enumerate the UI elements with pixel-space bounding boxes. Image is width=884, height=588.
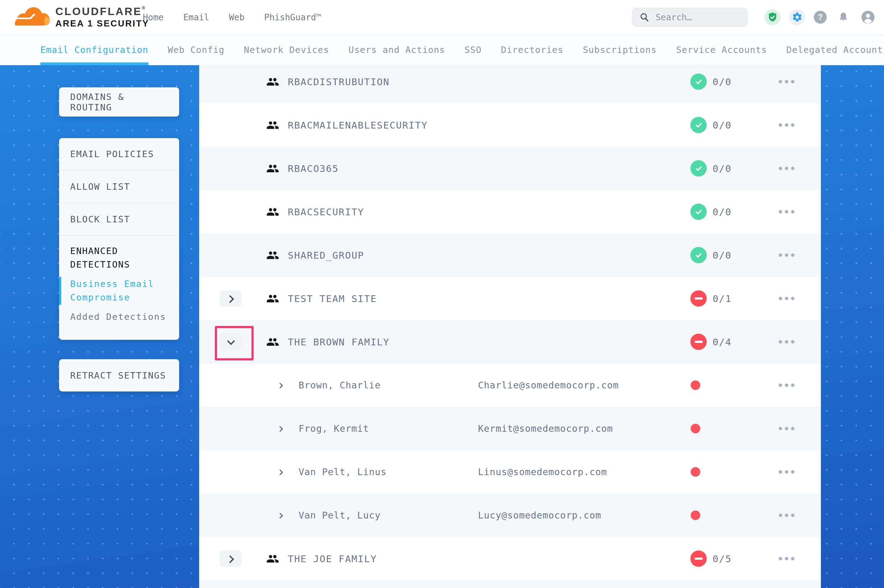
sidebar-heading-enhanced-detections: ENHANCED DETECTIONS bbox=[59, 236, 179, 271]
member-name: Van Pelt, Linus bbox=[299, 450, 386, 494]
account-avatar-icon[interactable] bbox=[860, 9, 876, 25]
group-count: 0/0 bbox=[713, 233, 732, 277]
row-menu-ellipsis[interactable] bbox=[779, 277, 794, 320]
member-email: Linus@somedemocorp.com bbox=[478, 450, 607, 494]
group-name: RBACMAILENABLESECURITY bbox=[288, 104, 428, 147]
group-name: TEST TEAM SITE bbox=[288, 277, 377, 320]
tab-sso[interactable]: SSO bbox=[465, 34, 481, 65]
tab-web-config[interactable]: Web Config bbox=[168, 34, 225, 65]
group-people-icon bbox=[266, 552, 279, 565]
tab-delegated-accounts[interactable]: Delegated Accounts bbox=[786, 34, 884, 65]
member-status-dot bbox=[691, 467, 700, 477]
group-people-icon bbox=[266, 162, 279, 175]
status-badge-minus-icon bbox=[690, 290, 707, 307]
member-chevron-right-icon[interactable] bbox=[278, 494, 283, 537]
group-count: 0/5 bbox=[713, 537, 732, 580]
member-email: Kermit@somedemocorp.com bbox=[478, 407, 613, 450]
sidebar-item-added-detections[interactable]: Added Detections bbox=[59, 312, 179, 322]
status-badge-check-icon bbox=[690, 247, 707, 263]
row-menu-ellipsis[interactable] bbox=[779, 65, 794, 104]
brand-name: CLOUDFLARE bbox=[56, 5, 142, 17]
chevron-right-icon bbox=[226, 295, 234, 303]
sidebar-item-block-list[interactable]: BLOCK LIST bbox=[59, 203, 179, 236]
notifications-bell-icon[interactable] bbox=[835, 9, 851, 25]
row-menu-ellipsis[interactable] bbox=[779, 190, 794, 233]
row-menu-ellipsis[interactable] bbox=[779, 407, 794, 450]
row-menu-ellipsis[interactable] bbox=[779, 363, 794, 407]
row-menu-ellipsis[interactable] bbox=[779, 537, 794, 580]
app-root: CLOUDFLARE® AREA 1 SECURITY HomeEmailWeb… bbox=[0, 0, 884, 588]
sidebar-item-business-email-compromise[interactable]: Business Email Compromise bbox=[59, 276, 179, 305]
expander-button-test-team-site[interactable] bbox=[219, 290, 242, 307]
brand-text: CLOUDFLARE® AREA 1 SECURITY bbox=[56, 6, 149, 28]
row-menu-ellipsis[interactable] bbox=[779, 233, 794, 277]
config-tab-bar: Email ConfigurationWeb ConfigNetwork Dev… bbox=[0, 34, 884, 65]
table-row-group-rbacsecurity: RBACSECURITY0/0 bbox=[199, 190, 821, 233]
tab-email-configuration[interactable]: Email Configuration bbox=[40, 34, 148, 65]
member-name: Frog, Kermit bbox=[299, 407, 369, 450]
sidebar-item-domains-routing[interactable]: DOMAINS & ROUTING bbox=[59, 87, 179, 117]
top-nav-email[interactable]: Email bbox=[183, 12, 209, 22]
sidebar-card-domains: DOMAINS & ROUTING bbox=[59, 87, 179, 117]
sidebar-card-policies: EMAIL POLICIES ALLOW LIST BLOCK LIST ENH… bbox=[59, 138, 179, 340]
table-row-group-test-team-site: TEST TEAM SITE0/1 bbox=[199, 277, 821, 320]
group-people-icon bbox=[266, 336, 279, 348]
row-menu-ellipsis[interactable] bbox=[779, 494, 794, 537]
group-name: SHARED_GROUP bbox=[288, 233, 364, 277]
search-input[interactable]: Search… bbox=[632, 8, 747, 27]
cloudflare-logo[interactable]: CLOUDFLARE® AREA 1 SECURITY bbox=[15, 4, 149, 31]
tab-subscriptions[interactable]: Subscriptions bbox=[583, 34, 657, 65]
member-email: Lucy@somedemocorp.com bbox=[478, 494, 601, 537]
groups-table-panel: RBACDISTRUBUTION0/0RBACMAILENABLESECURIT… bbox=[199, 65, 821, 588]
member-chevron-right-icon[interactable] bbox=[278, 363, 283, 407]
table-row-partial bbox=[199, 580, 821, 588]
row-menu-ellipsis[interactable] bbox=[779, 450, 794, 494]
top-nav-phishguard[interactable]: PhishGuard™ bbox=[264, 12, 321, 22]
member-status-dot bbox=[691, 424, 700, 433]
sidebar-item-retract-settings[interactable]: RETRACT SETTINGS bbox=[59, 359, 179, 392]
group-count: 0/0 bbox=[713, 104, 732, 147]
cloudflare-cloud-icon bbox=[15, 6, 51, 28]
table-row-group-rbacmailenablesecurity: RBACMAILENABLESECURITY0/0 bbox=[199, 104, 821, 147]
top-nav: HomeEmailWebPhishGuard™ bbox=[143, 0, 321, 34]
group-people-icon bbox=[266, 249, 279, 262]
table-row-group-rbacdistrubution: RBACDISTRUBUTION0/0 bbox=[199, 65, 821, 104]
sidebar-item-allow-list[interactable]: ALLOW LIST bbox=[59, 171, 179, 203]
tab-service-accounts[interactable]: Service Accounts bbox=[676, 34, 767, 65]
groups-table-rows: RBACDISTRUBUTION0/0RBACMAILENABLESECURIT… bbox=[199, 65, 821, 588]
search-icon bbox=[640, 12, 649, 22]
search-placeholder: Search… bbox=[655, 12, 692, 22]
status-badge-check-icon bbox=[690, 160, 707, 177]
help-icon[interactable]: ? bbox=[814, 11, 827, 24]
shield-check-icon[interactable] bbox=[765, 9, 780, 25]
table-row-member-brown-charlie: Brown, CharlieCharlie@somedemocorp.com bbox=[199, 363, 821, 407]
header-icon-cluster: ? bbox=[765, 0, 876, 34]
group-people-icon bbox=[266, 119, 279, 132]
settings-gear-icon[interactable] bbox=[789, 9, 805, 25]
sidebar-item-email-policies[interactable]: EMAIL POLICIES bbox=[59, 138, 179, 171]
row-menu-ellipsis[interactable] bbox=[779, 320, 794, 363]
table-row-group-rbaco365: RBACO3650/0 bbox=[199, 147, 821, 190]
table-row-group-the-joe-family: THE JOE FAMILY0/5 bbox=[199, 537, 821, 580]
tab-directories[interactable]: Directories bbox=[501, 34, 563, 65]
expander-button-the-joe-family[interactable] bbox=[219, 550, 242, 567]
group-count: 0/0 bbox=[713, 147, 732, 190]
table-row-member-van-pelt-lucy: Van Pelt, LucyLucy@somedemocorp.com bbox=[199, 494, 821, 537]
sidebar-card-retract: RETRACT SETTINGS bbox=[59, 359, 179, 392]
row-menu-ellipsis[interactable] bbox=[779, 147, 794, 190]
tab-users-and-actions[interactable]: Users and Actions bbox=[349, 34, 445, 65]
expander-button-the-brown-family[interactable] bbox=[219, 334, 242, 350]
member-chevron-right-icon[interactable] bbox=[278, 450, 283, 494]
status-badge-minus-icon bbox=[690, 334, 707, 350]
status-badge-check-icon bbox=[690, 74, 707, 90]
table-row-member-frog-kermit: Frog, KermitKermit@somedemocorp.com bbox=[199, 407, 821, 450]
active-item-indicator bbox=[59, 277, 61, 305]
row-menu-ellipsis[interactable] bbox=[779, 104, 794, 147]
group-people-icon bbox=[266, 75, 279, 88]
top-nav-home[interactable]: Home bbox=[143, 12, 164, 22]
member-chevron-right-icon[interactable] bbox=[278, 407, 283, 450]
tab-network-devices[interactable]: Network Devices bbox=[244, 34, 329, 65]
member-status-dot bbox=[691, 510, 700, 520]
top-nav-web[interactable]: Web bbox=[229, 12, 245, 22]
group-name: THE JOE FAMILY bbox=[288, 537, 377, 580]
